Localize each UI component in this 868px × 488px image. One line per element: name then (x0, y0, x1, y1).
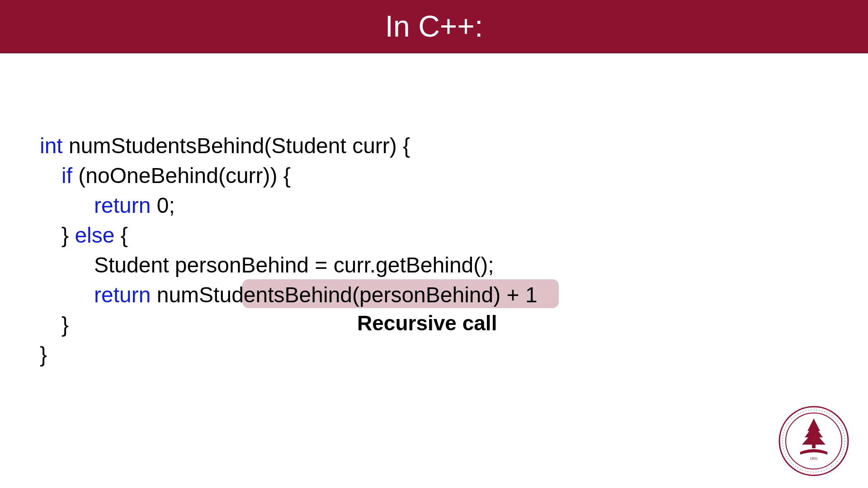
code-line-5: Student personBehind = curr.getBehind(); (40, 250, 538, 280)
code-line-2: if (noOneBehind(curr)) { (40, 161, 538, 191)
code-line-6: return numStudentsBehind(personBehind) +… (40, 280, 538, 310)
keyword-else: else (75, 223, 114, 247)
code-line-8: } (40, 340, 538, 370)
code-line-4: } else { (40, 221, 538, 250)
keyword-return: return (94, 193, 151, 217)
slide-title: In C++: (385, 9, 483, 43)
keyword-int: int (40, 134, 63, 158)
code-line-3: return 0; (40, 191, 538, 221)
stanford-seal-icon: 1891 (778, 405, 850, 477)
code-line-7: } (40, 310, 538, 340)
svg-marker-6 (802, 431, 826, 445)
slide-header: In C++: (0, 0, 868, 53)
code-line-1: int numStudentsBehind(Student curr) { (40, 131, 538, 161)
svg-text:1891: 1891 (810, 456, 818, 461)
keyword-return: return (94, 283, 151, 307)
keyword-if: if (61, 164, 72, 188)
code-block: int numStudentsBehind(Student curr) { if… (40, 131, 538, 370)
